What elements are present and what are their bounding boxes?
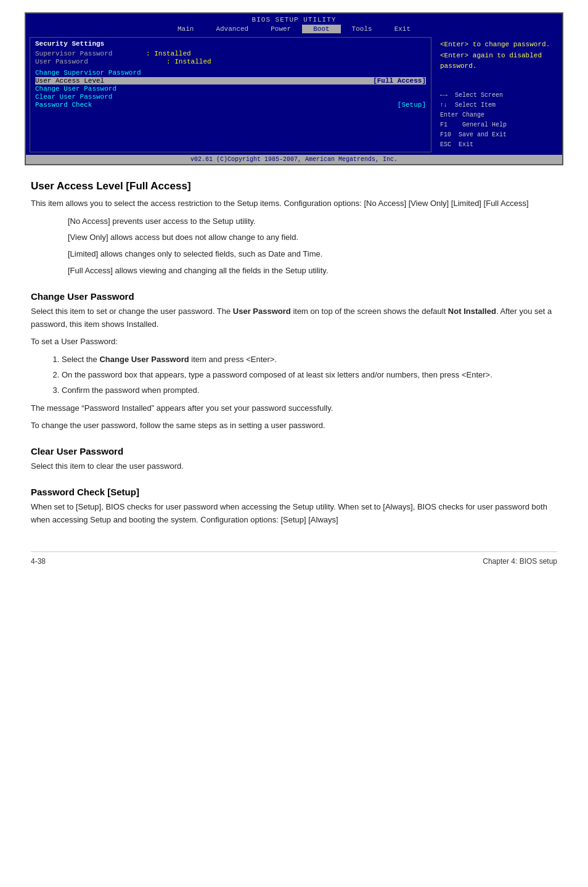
bios-row-clear-user[interactable]: Clear User Password [35,93,426,101]
option-no-access: [No Access] prevents user access to the … [68,215,557,228]
para-password-installed-message: The message “Password Installed” appears… [31,402,557,415]
para-user-access-intro: This item allows you to select the acces… [31,197,557,210]
para-change-user-password-note: To change the user password, follow the … [31,419,557,432]
bios-content-area: Security Settings Supervisor Password : … [26,35,562,155]
steps-list: Select the Change User Password item and… [62,353,557,397]
heading-change-user-password: Change User Password [31,291,557,302]
page-footer: 4-38 Chapter 4: BIOS setup [31,551,557,566]
bios-footer: v02.61 (C)Copyright 1985-2007, American … [26,155,562,164]
bios-right-panel: <Enter> to change password. <Enter> agai… [435,37,558,152]
step-3: Confirm the password when prompted. [62,384,557,397]
bios-row-change-user[interactable]: Change User Password [35,85,426,93]
para-clear-user-password: Select this item to clear the user passw… [31,460,557,473]
tab-advanced[interactable]: Advanced [205,25,259,33]
bios-left-panel: Security Settings Supervisor Password : … [30,37,431,152]
tab-tools[interactable]: Tools [341,25,383,33]
tab-boot[interactable]: Boot [302,25,340,33]
bios-row-user-access[interactable]: User Access Level [Full Access] [35,77,426,85]
bios-title-text: BIOS SETUP UTILITY [252,16,337,23]
para-change-user-password-1: Select this item to set or change the us… [31,305,557,331]
bios-help-text: <Enter> to change password. <Enter> agai… [440,39,553,72]
doc-content: User Access Level [Full Access] This ite… [25,180,563,566]
bios-nav-help: ←→ Select Screen ↑↓ Select Item Enter Ch… [440,91,553,150]
heading-user-access-level: User Access Level [Full Access] [31,180,557,192]
bios-section-title: Security Settings [35,40,426,47]
tab-main[interactable]: Main [166,25,205,33]
bios-screen: BIOS SETUP UTILITY Main Advanced Power B… [25,12,563,165]
bios-row-supervisor: Supervisor Password : Installed [35,50,426,57]
para-password-check: When set to [Setup], BIOS checks for use… [31,501,557,527]
tab-power[interactable]: Power [259,25,302,33]
heading-clear-user-password: Clear User Password [31,446,557,456]
tab-exit[interactable]: Exit [383,25,422,33]
para-to-set-user-password: To set a User Password: [31,336,557,349]
option-limited: [Limited] allows changes only to selecte… [68,248,557,261]
step-1: Select the Change User Password item and… [62,353,557,366]
option-full-access: [Full Access] allows viewing and changin… [68,265,557,278]
bios-tabs[interactable]: Main Advanced Power Boot Tools Exit [26,23,562,35]
bios-row-password-check[interactable]: Password Check [Setup] [35,101,426,109]
bios-row-user-password: User Password : Installed [35,58,426,65]
option-view-only: [View Only] allows access but does not a… [68,231,557,244]
bios-title: BIOS SETUP UTILITY [26,14,562,23]
footer-chapter: Chapter 4: BIOS setup [483,557,557,566]
footer-page-number: 4-38 [31,557,46,566]
heading-password-check: Password Check [Setup] [31,487,557,497]
step-2: On the password box that appears, type a… [62,369,557,382]
bios-row-change-supervisor[interactable]: Change Supervisor Password [35,69,426,76]
